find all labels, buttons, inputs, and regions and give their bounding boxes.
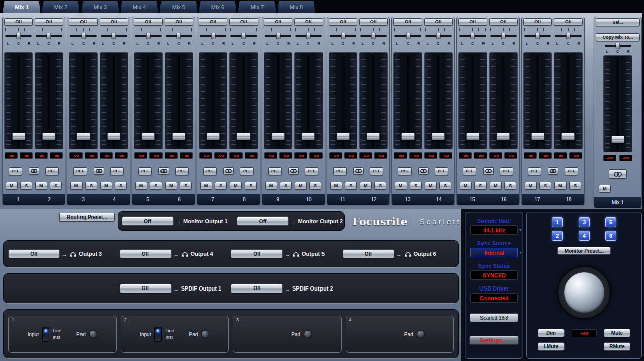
mute-button[interactable]: M <box>460 182 472 190</box>
pan-thumb[interactable] <box>47 33 51 39</box>
channel-source-button[interactable]: Off <box>393 18 422 26</box>
pad-button[interactable] <box>89 330 97 338</box>
pan-thumb[interactable] <box>146 33 150 39</box>
pan-thumb[interactable] <box>306 33 311 39</box>
stereo-link-button[interactable] <box>353 167 364 175</box>
pad-button[interactable] <box>201 330 209 338</box>
monitor-preset-button[interactable]: Monitor Preset... <box>557 247 611 255</box>
pan-track[interactable] <box>166 35 192 37</box>
fader-cap[interactable] <box>531 133 544 140</box>
pan-thumb[interactable] <box>276 33 280 39</box>
fader-cap[interactable] <box>497 133 510 140</box>
fader-cap[interactable] <box>336 133 350 140</box>
stereo-link-button[interactable] <box>288 167 299 175</box>
monitor-channel-button[interactable]: 2 <box>552 231 563 241</box>
copy-mix-to-button[interactable]: Copy Mix To... <box>596 33 640 41</box>
pan-slider[interactable]: L C R <box>489 28 518 45</box>
pan-thumb[interactable] <box>535 33 540 39</box>
output-source-dropdown[interactable]: Off <box>120 249 172 258</box>
pfl-button[interactable]: PFL <box>175 167 189 175</box>
pan-track[interactable] <box>101 35 127 37</box>
fader-cap[interactable] <box>42 133 56 140</box>
pan-slider[interactable]: L C R <box>35 28 63 45</box>
mute-button[interactable]: M <box>35 182 47 190</box>
output-source-dropdown[interactable]: Off <box>120 284 172 293</box>
channel-fader[interactable] <box>134 52 163 149</box>
pan-track[interactable] <box>330 35 356 37</box>
pfl-button[interactable]: PFL <box>138 167 152 175</box>
channel-fader[interactable] <box>523 52 552 149</box>
pan-track[interactable] <box>200 35 226 37</box>
channel-source-button[interactable]: Off <box>489 18 518 26</box>
pfl-button[interactable]: PFL <box>528 167 541 175</box>
sync-source-value[interactable]: Internal <box>470 248 518 257</box>
sample-rate-value[interactable]: 44.1 kHz <box>470 225 518 235</box>
channel-fader[interactable] <box>100 52 128 149</box>
channel-fader[interactable] <box>229 52 258 149</box>
pan-thumb[interactable] <box>616 43 620 49</box>
pfl-button[interactable]: PFL <box>203 167 217 175</box>
solo-button[interactable]: S <box>439 182 451 190</box>
dim-button[interactable]: Dim <box>538 329 565 337</box>
channel-source-button[interactable]: Off <box>100 18 128 26</box>
channel-source-button[interactable]: Off <box>229 18 258 26</box>
pfl-button[interactable]: PFL <box>435 167 448 175</box>
fader-cap[interactable] <box>611 136 625 143</box>
pan-slider[interactable]: L C R <box>523 28 552 45</box>
pan-slider[interactable]: L C R <box>393 28 422 45</box>
mute-button[interactable]: M <box>200 182 212 190</box>
output-source-dropdown[interactable]: Off <box>343 249 394 258</box>
monitor-channel-button[interactable]: 6 <box>605 231 616 241</box>
mute-button[interactable]: M <box>70 182 83 190</box>
master-mute-button[interactable]: M <box>599 185 611 193</box>
pan-track[interactable] <box>459 35 486 37</box>
stereo-link-button[interactable] <box>29 167 39 175</box>
stereo-link-button[interactable] <box>94 167 104 175</box>
pfl-button[interactable]: PFL <box>463 167 476 175</box>
channel-fader[interactable] <box>424 52 453 149</box>
mute-button[interactable]: M <box>360 182 372 190</box>
pan-thumb[interactable] <box>371 33 376 39</box>
pan-slider[interactable]: L C R <box>69 28 98 45</box>
fader-cap[interactable] <box>206 133 220 140</box>
pan-track[interactable] <box>230 35 257 37</box>
mix-tab[interactable]: Mix 6 <box>199 1 237 13</box>
solo-button[interactable]: S <box>474 182 487 190</box>
mute-button[interactable]: M <box>230 182 242 190</box>
pan-thumb[interactable] <box>341 33 345 39</box>
pan-slider[interactable]: L C R <box>424 28 453 45</box>
pan-thumb[interactable] <box>406 33 410 39</box>
pan-thumb[interactable] <box>436 33 441 39</box>
pan-slider[interactable]: L C R <box>4 28 33 45</box>
pan-track[interactable] <box>70 35 97 37</box>
solo-button[interactable]: S <box>115 182 127 190</box>
channel-source-button[interactable]: Off <box>165 18 193 26</box>
pan-slider[interactable]: L C R <box>100 28 128 45</box>
mute-button[interactable]: M <box>425 182 437 190</box>
solo-button[interactable]: S <box>504 182 516 190</box>
pan-track[interactable] <box>360 35 387 37</box>
channel-source-button[interactable]: Off <box>294 18 323 26</box>
pad-button[interactable] <box>417 330 425 338</box>
monitor-volume-knob-cap[interactable] <box>564 272 604 313</box>
fader-cap[interactable] <box>237 133 251 140</box>
channel-source-button[interactable]: Off <box>35 18 63 26</box>
pan-track[interactable] <box>524 35 551 37</box>
pfl-button[interactable]: PFL <box>110 167 124 175</box>
solo-button[interactable]: S <box>569 182 581 190</box>
settings-button[interactable]: Settings.... <box>469 336 519 345</box>
channel-fader[interactable] <box>264 52 292 149</box>
pan-thumb[interactable] <box>501 33 506 39</box>
pan-track[interactable] <box>394 35 421 37</box>
channel-source-button[interactable]: Off <box>359 18 388 26</box>
left-mute-button[interactable]: LMute <box>538 342 565 351</box>
output-source-dropdown[interactable]: Off <box>122 216 174 226</box>
channel-source-button[interactable]: Off <box>134 18 163 26</box>
mix-tab[interactable]: Mix 4 <box>120 1 158 13</box>
fader-cap[interactable] <box>367 133 380 140</box>
fader-cap[interactable] <box>76 133 90 140</box>
pad-button[interactable] <box>304 330 312 338</box>
stereo-link-button[interactable] <box>418 167 429 175</box>
pan-track[interactable] <box>555 35 582 37</box>
solo-button[interactable]: S <box>215 182 227 190</box>
